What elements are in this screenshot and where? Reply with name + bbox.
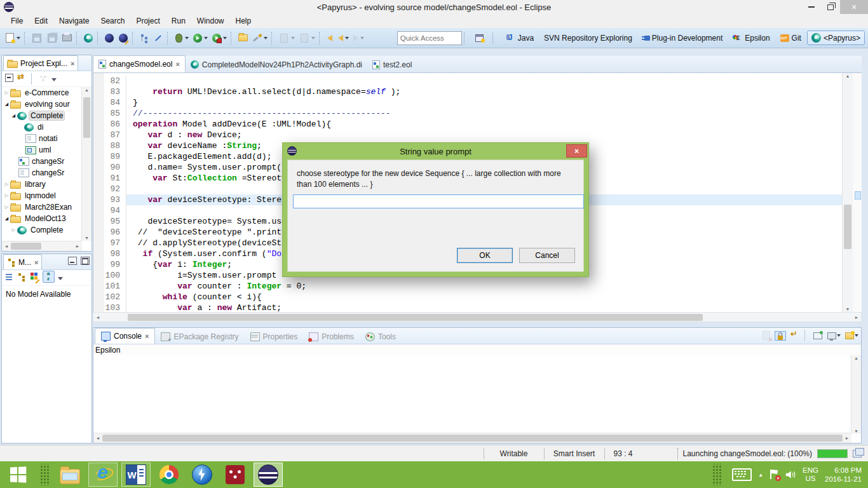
papyrus-button[interactable]	[82, 32, 95, 44]
dialog-titlebar[interactable]: String value prompt ×	[283, 143, 588, 159]
dropdown-icon[interactable]	[185, 37, 189, 39]
pencil-button[interactable]	[152, 32, 165, 44]
tree-item-notati[interactable]: notati	[2, 133, 82, 144]
menu-edit[interactable]: Edit	[29, 15, 53, 27]
model-flat-list-button[interactable]	[4, 272, 14, 283]
model-tree-view-button[interactable]	[17, 272, 27, 283]
show-hidden-icons[interactable]: ▲	[758, 472, 763, 478]
pe-link-editor-button[interactable]	[17, 73, 27, 85]
brush-button[interactable]	[251, 32, 269, 44]
dropdown-icon[interactable]	[291, 37, 295, 39]
save-all-button[interactable]	[45, 32, 59, 44]
taskbar-app-chrome[interactable]	[154, 463, 184, 487]
console-vscrollbar[interactable]: ▲ ▼	[851, 355, 861, 434]
back-history-button[interactable]	[325, 32, 335, 44]
close-tab-icon[interactable]: ×	[175, 60, 179, 68]
console-tab-tools[interactable]: Tools	[360, 329, 402, 344]
code-line-101[interactable]: 101 var counter : Integer = 0;	[93, 281, 843, 292]
console-tab-epackage-registry[interactable]: EPackage Registry	[155, 329, 244, 344]
dropdown-icon[interactable]	[204, 37, 208, 39]
menu-file[interactable]: File	[5, 15, 29, 27]
perspective-git[interactable]: Git	[776, 31, 806, 45]
minimize-view-icon[interactable]	[68, 257, 77, 265]
model-menu-button[interactable]	[58, 273, 63, 282]
print-button[interactable]	[60, 31, 74, 44]
taskbar-app-eclipse[interactable]	[254, 463, 283, 487]
new-wizard-button[interactable]	[3, 32, 22, 44]
editor-hscrollbar[interactable]: ◄ ►	[93, 312, 862, 322]
console-hscrollbar[interactable]: ◄ ►	[93, 433, 851, 443]
run-config-button[interactable]	[210, 32, 228, 44]
action-center-flag-icon[interactable]: ×	[770, 470, 778, 480]
language-indicator[interactable]: ENG US	[803, 466, 818, 483]
open-perspective-button[interactable]	[470, 30, 489, 46]
taskbar-app-blue-orb[interactable]	[187, 463, 217, 487]
tree-item-march28exan[interactable]: ▷March28Exan	[2, 201, 82, 213]
taskbar-app-file-explorer[interactable]	[55, 463, 85, 487]
code-line-86[interactable]: 86operation Model addDevice(E :UML!Model…	[93, 119, 843, 130]
code-line-83[interactable]: 83 return UML!Device.all.select(d|d.name…	[93, 86, 843, 97]
ok-button[interactable]: OK	[457, 248, 513, 263]
lock-console-button[interactable]	[775, 332, 785, 340]
close-button[interactable]: ×	[840, 0, 868, 14]
pe-focus-button[interactable]	[39, 73, 48, 85]
code-line-84[interactable]: 84}	[93, 97, 843, 108]
pin-console-button[interactable]	[813, 330, 823, 341]
perspective-epsilon[interactable]: Epsilon	[728, 30, 774, 45]
editor-vscrollbar[interactable]: ▲ ▼	[842, 73, 853, 312]
wrap-console-button[interactable]	[789, 330, 799, 341]
globe-edit-button[interactable]	[117, 32, 130, 44]
touch-keyboard-icon[interactable]	[732, 468, 752, 481]
dropdown-icon[interactable]	[345, 37, 349, 39]
cancel-button[interactable]: Cancel	[519, 248, 575, 263]
collapsed-arrow-icon[interactable]: ▷	[3, 90, 10, 95]
tree-item-complete[interactable]: ◢Complete	[2, 110, 82, 121]
save-button[interactable]	[30, 32, 44, 44]
close-tab-icon[interactable]: ×	[145, 332, 149, 340]
menu-window[interactable]: Window	[191, 15, 230, 27]
arrow-r-button[interactable]	[351, 32, 365, 44]
perspective-svn-repository-exploring[interactable]: SVN Repository Exploring	[539, 31, 637, 45]
menu-navigate[interactable]: Navigate	[53, 15, 95, 27]
close-icon[interactable]: ×	[71, 60, 74, 67]
arrow-l-button[interactable]	[336, 32, 350, 44]
menu-run[interactable]: Run	[166, 15, 191, 27]
code-line-103[interactable]: 103 var a : new Artifact;	[93, 302, 843, 312]
taskbar-app-word[interactable]	[121, 463, 151, 487]
volume-icon[interactable]	[785, 470, 796, 480]
globe-button[interactable]	[103, 32, 116, 44]
debug-button[interactable]	[173, 32, 190, 44]
tree-item-changesr[interactable]: changeSr	[2, 167, 82, 179]
prev-ann-button[interactable]	[297, 32, 316, 44]
console-tab-console[interactable]: Console×	[95, 328, 155, 344]
maximize-view-icon[interactable]	[81, 257, 90, 265]
taskbar-app-mendeley[interactable]	[220, 463, 250, 487]
model-customize-button[interactable]	[30, 272, 39, 283]
project-tree-vscrollbar[interactable]: ▲ ▼	[81, 87, 92, 241]
console-tab-problems[interactable]: Problems	[303, 329, 360, 344]
close-icon[interactable]: ×	[34, 259, 38, 266]
tree-item-di[interactable]: di	[2, 121, 82, 133]
collapsed-arrow-icon[interactable]: ▷	[3, 182, 10, 187]
minimize-button[interactable]	[802, 0, 821, 14]
menu-help[interactable]: Help	[230, 15, 257, 27]
dropdown-icon[interactable]	[360, 37, 364, 39]
outline-button[interactable]	[138, 32, 151, 44]
background-jobs-icon[interactable]	[853, 450, 862, 458]
tab-model[interactable]: M... ×	[3, 254, 42, 269]
editor-tab-completedmodelnov24ph1ph2activitygraph-di[interactable]: CompletedModelNov24Ph1Ph2ActivityGraph.d…	[186, 57, 367, 72]
clock[interactable]: 6:08 PM 2016-11-21	[825, 466, 862, 484]
pe-menu-button[interactable]	[51, 74, 57, 83]
tree-item-changesr[interactable]: changeSr	[2, 156, 82, 167]
menu-project[interactable]: Project	[130, 15, 165, 27]
code-line-102[interactable]: 102 while (counter < i){	[93, 292, 843, 302]
editor-tab-changesmodel-eol[interactable]: changeSmodel.eol×	[93, 55, 186, 72]
tree-item-e-commerce[interactable]: ▷e-Commerce	[2, 87, 82, 98]
clear-console-button[interactable]	[761, 330, 771, 341]
collapsed-arrow-icon[interactable]: ▷	[3, 193, 10, 198]
tree-item-uml[interactable]: uml	[2, 144, 82, 156]
code-line-82[interactable]: 82	[93, 76, 843, 86]
tree-item-lqnmodel[interactable]: ▷lqnmodel	[2, 190, 82, 201]
next-ann-button[interactable]	[277, 32, 296, 44]
dropdown-icon[interactable]	[855, 334, 858, 337]
